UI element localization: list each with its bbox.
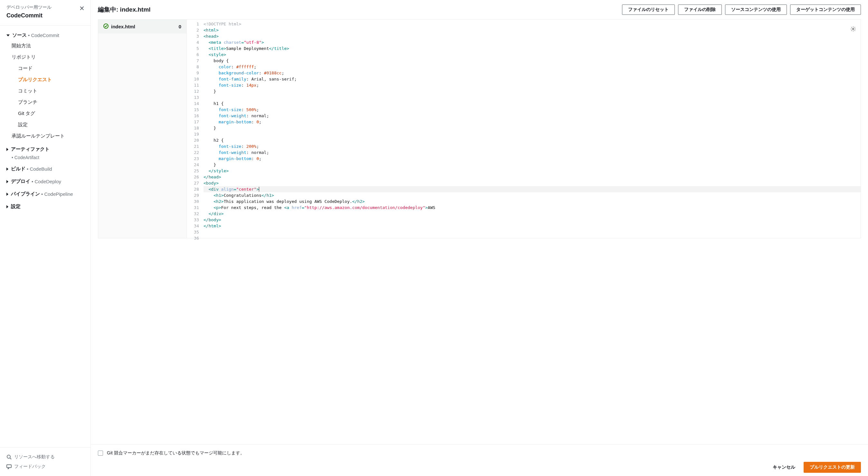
gear-icon[interactable] [850,26,856,33]
sidebar-item-pull-requests[interactable]: プルリクエスト [0,74,90,85]
nav-section-artifact[interactable]: アーティファクト [0,144,90,154]
chevron-right-icon [6,180,8,183]
sidebar-item-settings[interactable]: 設定 [0,119,90,130]
nav-section-svc: • CodeCommit [28,32,59,38]
feedback[interactable]: フィードバック [6,462,84,472]
nav-section-label: パイプライン [11,191,40,197]
footer: Git 競合マーカーがまだ存在している状態でもマージ可能にします。 キャンセル … [91,444,868,476]
file-change-count: 0 [179,24,181,29]
close-icon[interactable]: ✕ [79,4,85,12]
chevron-right-icon [6,168,8,171]
use-target-button[interactable]: ターゲットコンテンツの使用 [790,4,861,15]
svg-line-1 [10,458,11,459]
sidebar-item-git-tags[interactable]: Git タグ [0,108,90,119]
update-pr-button[interactable]: プルリクエストの更新 [804,462,861,473]
chevron-down-icon [6,34,10,36]
svg-rect-2 [7,465,11,468]
nav-section-deploy[interactable]: デプロイ • CodeDeploy [0,177,90,186]
nav-section-label: デプロイ [11,178,30,184]
chevron-right-icon [6,192,8,196]
search-icon [6,454,11,459]
sidebar: デベロッパー用ツール CodeCommit ✕ ソース • CodeCommit… [0,0,91,476]
svg-point-0 [7,455,10,458]
feedback-label: フィードバック [14,464,46,470]
nav-section-svc: • CodeDeploy [32,179,61,184]
sidebar-header: デベロッパー用ツール CodeCommit ✕ [0,0,90,24]
sidebar-item-commits[interactable]: コミット [0,85,90,97]
nav: ソース • CodeCommit 開始方法 リポジトリ コード プルリクエスト … [0,29,90,447]
chevron-right-icon [6,148,8,151]
nav-section-label: 設定 [11,204,21,210]
nav-section-label: ビルド [11,166,25,172]
main: 編集中: index.html ファイルのリセット ファイルの削除 ソースコンテ… [91,0,868,476]
reset-file-button[interactable]: ファイルのリセット [622,4,675,15]
tool-label: デベロッパー用ツール [6,4,84,10]
file-row[interactable]: index.html 0 [98,20,186,33]
nav-section-pipeline[interactable]: パイプライン • CodePipeline [0,189,90,199]
service-name: CodeCommit [6,12,84,19]
check-circle-icon [103,24,108,30]
delete-file-button[interactable]: ファイルの削除 [678,4,722,15]
cancel-button[interactable]: キャンセル [768,462,800,473]
file-name: index.html [111,24,135,29]
code-area[interactable]: <!DOCTYPE html><html><head> <meta charse… [202,20,861,238]
toolbar: 編集中: index.html ファイルのリセット ファイルの削除 ソースコンテ… [91,0,868,19]
goto-label: リソースへ移動する [14,454,55,460]
sidebar-footer: リソースへ移動する フィードバック [0,447,90,476]
divider [0,25,90,26]
checkbox-label: Git 競合マーカーがまだ存在している状態でもマージ可能にします。 [107,450,245,456]
nav-section-svc: • CodeArtifact [0,154,90,161]
nav-section-label: ソース [12,32,27,38]
code-pane[interactable]: 1234567891011121314151617181920212223242… [187,20,861,238]
sidebar-item-getting-started[interactable]: 開始方法 [0,40,90,52]
file-pane: index.html 0 [98,20,187,238]
chevron-right-icon [6,205,8,208]
nav-section-settings[interactable]: 設定 [0,202,90,212]
use-source-button[interactable]: ソースコンテンツの使用 [725,4,787,15]
sidebar-item-branches[interactable]: ブランチ [0,97,90,108]
editor: index.html 0 123456789101112131415161718… [98,19,861,238]
nav-section-label: アーティファクト [11,146,50,152]
sidebar-item-approval-templates[interactable]: 承認ルールテンプレート [0,130,90,142]
svg-point-4 [852,28,854,30]
nav-section-source[interactable]: ソース • CodeCommit [0,30,90,40]
line-gutter: 1234567891011121314151617181920212223242… [187,20,202,238]
merge-with-markers-checkbox[interactable] [98,451,103,456]
nav-section-build[interactable]: ビルド • CodeBuild [0,164,90,174]
sidebar-item-code[interactable]: コード [0,63,90,74]
nav-section-svc: • CodePipeline [41,191,73,197]
goto-resource[interactable]: リソースへ移動する [6,452,84,462]
nav-section-svc: • CodeBuild [27,166,52,172]
sidebar-item-repositories[interactable]: リポジトリ [0,52,90,63]
edit-title: 編集中: index.html [98,5,151,14]
chat-icon [6,464,11,469]
